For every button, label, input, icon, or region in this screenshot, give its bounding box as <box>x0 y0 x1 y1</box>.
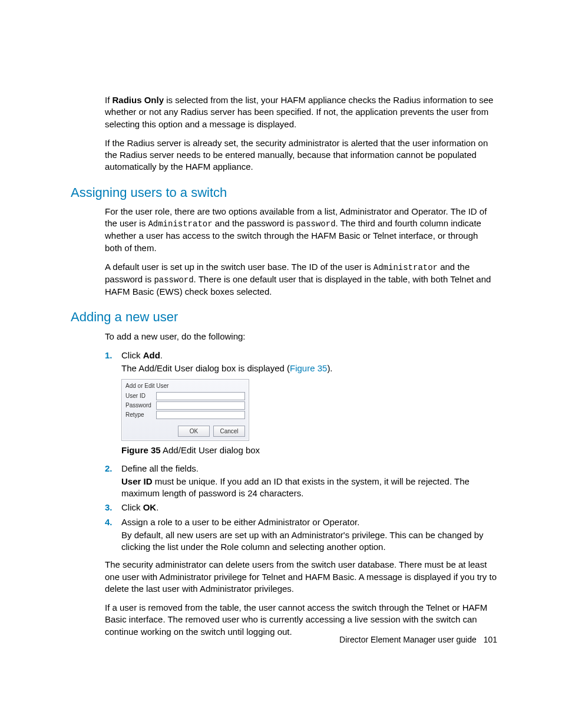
paragraph-assign-1: For the user role, there are two options… <box>105 206 497 254</box>
retype-input[interactable] <box>156 411 245 419</box>
label-retype: Retype <box>125 411 156 419</box>
paragraph-radius-set: If the Radius server is already set, the… <box>105 137 497 173</box>
page-number: 101 <box>484 635 497 644</box>
dialog-title: Add or Edit User <box>122 380 249 391</box>
label-user-id: User ID <box>125 392 156 400</box>
step-3: 3. Click OK. <box>105 502 497 513</box>
paragraph-assign-2: A default user is set up in the switch u… <box>105 261 497 298</box>
paragraph-removed-user: If a user is removed from the table, the… <box>105 602 497 638</box>
heading-adding-user: Adding a new user <box>71 308 497 326</box>
step-2: 2. Define all the fields. User ID must b… <box>105 463 497 500</box>
ordered-steps: 1. Click Add. The Add/Edit User dialog b… <box>105 350 497 554</box>
paragraph-add-intro: To add a new user, do the following: <box>105 331 497 342</box>
cancel-button[interactable]: Cancel <box>213 426 245 437</box>
paragraph-delete-users: The security administrator can delete us… <box>105 559 497 595</box>
paragraph-radius-only: If Radius Only is selected from the list… <box>105 94 497 130</box>
password-input[interactable] <box>156 401 245 410</box>
link-figure-35[interactable]: Figure 35 <box>290 363 327 373</box>
step-4: 4. Assign a role to a user to be either … <box>105 516 497 554</box>
step-1: 1. Click Add. The Add/Edit User dialog b… <box>105 350 497 457</box>
ok-button[interactable]: OK <box>178 426 210 437</box>
label-password: Password <box>125 401 156 410</box>
user-id-input[interactable] <box>156 392 245 400</box>
page-footer: Director Element Manager user guide 101 <box>339 634 497 645</box>
add-edit-user-dialog: Add or Edit User User ID Password Retype <box>121 379 249 441</box>
heading-assigning-users: Assigning users to a switch <box>71 184 497 202</box>
figure-35-caption: Figure 35 Add/Edit User dialog box <box>121 444 497 456</box>
